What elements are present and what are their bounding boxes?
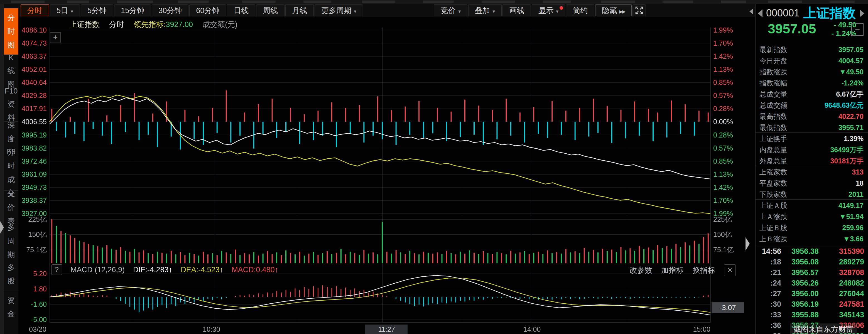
tick-row[interactable]: :243956.26248082: [755, 278, 868, 289]
panel-resize-arrow-icon[interactable]: [745, 237, 750, 250]
quote-row-最高指数: 最高指数4022.70: [755, 111, 868, 122]
chevron-down-icon: ▾: [458, 9, 461, 14]
intraday-chart-canvas[interactable]: [19, 17, 755, 334]
tool-button-叠加[interactable]: 叠加▾: [468, 4, 502, 16]
quote-row-上证Ａ股: 上证Ａ股4149.17: [755, 200, 868, 211]
tool-button-隐藏[interactable]: 隐藏▶▶: [595, 4, 632, 16]
watermark: 截图来自东方财富: [790, 324, 857, 334]
period-tab-周线[interactable]: 周线: [256, 4, 284, 16]
chart-header: 上证指数 分时 领先指标:3927.00 成交额(元): [70, 20, 238, 30]
period-tab-5分钟[interactable]: 5分钟: [81, 4, 113, 16]
sidebar-item-K线图[interactable]: K线图: [4, 55, 19, 88]
double-arrow-icon: ▶▶: [619, 9, 625, 14]
quote-panel: 000001 上证指数 3957.05 - 49.50 - 1.24% − 最新…: [755, 4, 868, 334]
macd-hist-value: MACD:0.480↑: [231, 266, 278, 274]
tool-button-显示[interactable]: 显示▾: [532, 4, 565, 16]
quote-row-下跌家数: 下跌家数2011: [755, 189, 868, 200]
macd-controls: 改参数加指标换指标×: [630, 265, 736, 276]
collapse-right-panel-icon[interactable]: [749, 8, 753, 14]
left-edge-strip: [0, 4, 4, 334]
tick-row[interactable]: 14:563956.38315390: [755, 246, 868, 256]
period-tab-30分钟[interactable]: 30分钟: [152, 4, 188, 16]
period-tab-更多周期[interactable]: 更多周期▾: [315, 4, 363, 16]
chart-tools: 竞价▾叠加▾画线显示▾简约隐藏▶▶: [434, 4, 646, 16]
macd-dif-value: DIF:-4.283↑: [133, 266, 172, 274]
period-tab-15分钟[interactable]: 15分钟: [114, 4, 151, 16]
sidebar-item-分时图[interactable]: 分时图: [4, 8, 19, 55]
period-tab-日线[interactable]: 日线: [227, 4, 255, 16]
period-tabs: 分时5日▾5分钟15分钟30分钟60分钟日线周线月线更多周期▾: [21, 4, 363, 16]
sidebar-item-分价表[interactable]: 分价表: [4, 190, 19, 224]
quote-row-上证换手: 上证换手1.39%: [755, 133, 868, 144]
tick-row[interactable]: :303956.19247581: [755, 299, 868, 309]
quote-row-上证Ｂ股: 上证Ｂ股259.96: [755, 222, 868, 233]
quote-row-上涨家数: 上涨家数313: [755, 166, 868, 178]
divider: [755, 199, 868, 200]
stock-code: 000001: [766, 7, 800, 19]
prev-stock-icon[interactable]: [758, 9, 763, 17]
divider: [755, 132, 868, 133]
tool-button-画线[interactable]: 画线: [502, 4, 531, 16]
macd-control-改参数[interactable]: 改参数: [630, 265, 652, 275]
quote-row-指数涨幅: 指数涨幅-1.24%: [755, 78, 868, 89]
close-icon[interactable]: ×: [724, 265, 736, 276]
quote-row-总成交量: 总成交量6.67亿手: [755, 89, 868, 100]
sidebar-item-多周期[interactable]: 多周期: [4, 224, 19, 258]
period-tab-60分钟[interactable]: 60分钟: [189, 4, 226, 16]
fullscreen-icon[interactable]: [632, 4, 646, 16]
divider: [755, 245, 868, 245]
macd-control-换指标[interactable]: 换指标: [693, 265, 715, 275]
top-menu-strip: [0, 0, 868, 4]
notification-dot-icon: [560, 6, 563, 10]
chart-mode-label: 分时: [109, 20, 124, 30]
chart-area[interactable]: [19, 17, 755, 334]
period-tab-月线[interactable]: 月线: [285, 4, 314, 16]
quote-row-今日开盘: 今日开盘4004.57: [755, 55, 868, 66]
macd-control-加指标[interactable]: 加指标: [661, 265, 684, 275]
sidebar-item-资金[interactable]: 资金: [4, 291, 19, 324]
left-sidebar: 分时图K线图F10资料深度F9分时成交分价表多周期多股资金: [4, 4, 19, 334]
quote-row-内盘总量: 内盘总量36499万手: [755, 144, 868, 155]
trading-terminal: { "palette": { "up": "#f5484d", "down": …: [0, 0, 868, 334]
chevron-down-icon: ▾: [354, 9, 356, 14]
period-tab-5日[interactable]: 5日▾: [50, 4, 80, 16]
macd-indicator-header: ? MACD (12,26,9) DIF:-4.283↑ DEA:-4.523↑…: [52, 265, 278, 275]
last-price: 3957.05: [768, 21, 816, 36]
sidebar-item-分时成交[interactable]: 分时成交: [4, 155, 19, 190]
chart-toolbar: 分时5日▾5分钟15分钟30分钟60分钟日线周线月线更多周期▾ 竞价▾叠加▾画线…: [19, 4, 755, 17]
quote-row-最新指数: 最新指数3957.05: [755, 44, 868, 55]
tick-row[interactable]: :213956.57328708: [755, 267, 868, 278]
minimize-panel-button[interactable]: −: [851, 23, 864, 36]
sidebar-expand-arrow-icon[interactable]: [0, 221, 4, 234]
stock-name: 上证指数: [803, 4, 856, 22]
chevron-down-icon: ▾: [492, 9, 495, 14]
macd-title: MACD (12,26,9): [70, 266, 125, 274]
help-icon[interactable]: ?: [52, 265, 62, 275]
zoom-in-icon[interactable]: +: [50, 32, 61, 43]
period-tab-分时[interactable]: 分时: [21, 4, 49, 16]
quote-row-总成交额: 总成交额9648.63亿元: [755, 100, 868, 111]
next-stock-icon[interactable]: [860, 9, 864, 17]
tick-row[interactable]: :273956.00276044: [755, 289, 868, 299]
macd-dea-value: DEA:-4.523↑: [181, 266, 223, 274]
quote-row-上Ｂ涨跌: 上Ｂ涨跌▼3.66: [755, 233, 868, 244]
sidebar-item-F10资料[interactable]: F10资料: [4, 88, 19, 121]
lead-indicator: 领先指标:3927.00: [134, 20, 193, 30]
quote-row-上Ａ涨跌: 上Ａ涨跌▼51.94: [755, 211, 868, 222]
quote-row-指数涨跌: 指数涨跌▼49.50: [755, 66, 868, 78]
divider: [755, 166, 868, 166]
quote-row-最低指数: 最低指数3955.71: [755, 122, 868, 133]
sidebar-item-多股[interactable]: 多股: [4, 258, 19, 291]
tick-row[interactable]: :333955.88345143: [755, 309, 868, 320]
tick-row[interactable]: :183956.08289279: [755, 256, 868, 267]
turnover-unit-label: 成交额(元): [203, 20, 238, 30]
chevron-down-icon: ▾: [71, 9, 73, 14]
chevron-down-icon: ▾: [556, 9, 558, 14]
tool-button-简约[interactable]: 简约: [566, 4, 594, 16]
tool-button-竞价[interactable]: 竞价▾: [434, 4, 467, 16]
quote-row-平盘家数: 平盘家数18: [755, 178, 868, 189]
quote-row-外盘总量: 外盘总量30181万手: [755, 155, 868, 166]
macd-current-value-tag: -3.07: [712, 302, 744, 313]
chart-index-name: 上证指数: [70, 20, 100, 30]
